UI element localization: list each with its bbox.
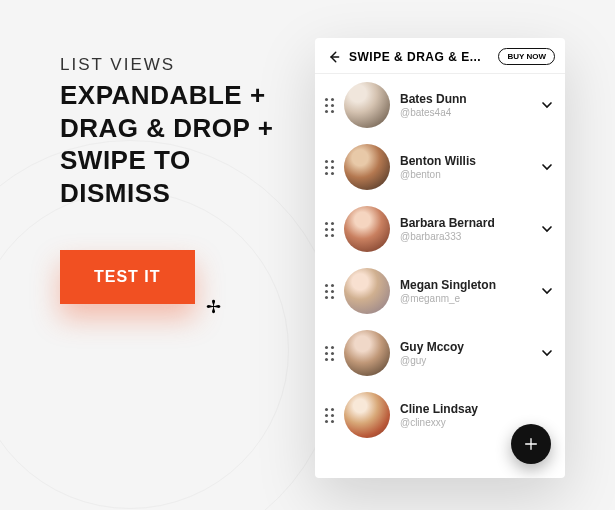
headline: EXPANDABLE + DRAG & DROP + SWIPE TO DISM… bbox=[60, 79, 273, 209]
contact-handle: @bates4a4 bbox=[400, 107, 529, 118]
drag-handle-icon[interactable] bbox=[325, 98, 334, 113]
avatar bbox=[344, 206, 390, 252]
screen-title: SWIPE & DRAG & E... bbox=[349, 50, 490, 64]
contact-handle: @benton bbox=[400, 169, 529, 180]
list-item-info: Barbara Bernard @barbara333 bbox=[400, 216, 529, 242]
contact-handle: @guy bbox=[400, 355, 529, 366]
phone-mock: SWIPE & DRAG & E... BUY NOW Bates Dunn @… bbox=[315, 38, 565, 478]
avatar bbox=[344, 392, 390, 438]
contact-name: Bates Dunn bbox=[400, 92, 529, 106]
headline-line: DRAG & DROP + bbox=[60, 112, 273, 145]
avatar bbox=[344, 144, 390, 190]
list-item-info: Megan Singleton @meganm_e bbox=[400, 278, 529, 304]
cta-wrap: TEST IT ✢ bbox=[60, 250, 195, 304]
fab-add-button[interactable] bbox=[511, 424, 551, 464]
avatar bbox=[344, 268, 390, 314]
contact-name: Megan Singleton bbox=[400, 278, 529, 292]
chevron-down-icon[interactable] bbox=[539, 283, 555, 299]
list-item-info: Guy Mccoy @guy bbox=[400, 340, 529, 366]
list-item[interactable]: Bates Dunn @bates4a4 bbox=[315, 74, 565, 136]
headline-line: DISMISS bbox=[60, 177, 273, 210]
list-item[interactable]: Megan Singleton @meganm_e bbox=[315, 260, 565, 322]
contact-name: Barbara Bernard bbox=[400, 216, 529, 230]
eyebrow-label: LIST VIEWS bbox=[60, 55, 273, 75]
back-icon[interactable] bbox=[327, 50, 341, 64]
plus-icon bbox=[523, 436, 539, 452]
headline-line: EXPANDABLE + bbox=[60, 79, 273, 112]
list-item[interactable]: Barbara Bernard @barbara333 bbox=[315, 198, 565, 260]
contact-handle: @meganm_e bbox=[400, 293, 529, 304]
chevron-down-icon[interactable] bbox=[539, 159, 555, 175]
list-item-info: Bates Dunn @bates4a4 bbox=[400, 92, 529, 118]
chevron-down-icon[interactable] bbox=[539, 345, 555, 361]
avatar bbox=[344, 330, 390, 376]
test-it-button[interactable]: TEST IT bbox=[60, 250, 195, 304]
list-item-info: Benton Willis @benton bbox=[400, 154, 529, 180]
promo-text-block: LIST VIEWS EXPANDABLE + DRAG & DROP + SW… bbox=[60, 55, 273, 209]
chevron-down-icon[interactable] bbox=[539, 221, 555, 237]
cursor-spark-icon: ✢ bbox=[206, 296, 221, 318]
buy-now-button[interactable]: BUY NOW bbox=[498, 48, 555, 65]
drag-handle-icon[interactable] bbox=[325, 284, 334, 299]
phone-header: SWIPE & DRAG & E... BUY NOW bbox=[315, 38, 565, 74]
headline-line: SWIPE TO bbox=[60, 144, 273, 177]
avatar bbox=[344, 82, 390, 128]
contact-name: Benton Willis bbox=[400, 154, 529, 168]
chevron-down-icon[interactable] bbox=[539, 97, 555, 113]
drag-handle-icon[interactable] bbox=[325, 408, 334, 423]
contact-list[interactable]: Bates Dunn @bates4a4 Benton Willis @bent… bbox=[315, 74, 565, 478]
drag-handle-icon[interactable] bbox=[325, 346, 334, 361]
list-item[interactable]: Guy Mccoy @guy bbox=[315, 322, 565, 384]
drag-handle-icon[interactable] bbox=[325, 222, 334, 237]
contact-name: Guy Mccoy bbox=[400, 340, 529, 354]
drag-handle-icon[interactable] bbox=[325, 160, 334, 175]
list-item[interactable]: Benton Willis @benton bbox=[315, 136, 565, 198]
contact-name: Cline Lindsay bbox=[400, 402, 555, 416]
contact-handle: @barbara333 bbox=[400, 231, 529, 242]
